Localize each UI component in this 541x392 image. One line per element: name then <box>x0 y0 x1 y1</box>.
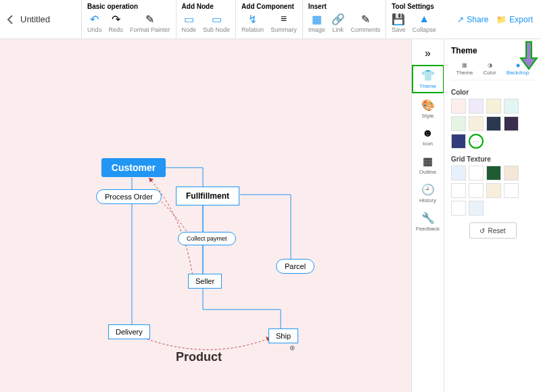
texture-swatch[interactable] <box>504 166 519 180</box>
theme-tab-icon: ▦ <box>462 62 467 68</box>
add-child-icon[interactable]: ⊕ <box>289 344 295 351</box>
comments-button[interactable]: ✎Comments <box>351 13 381 33</box>
chevron-right-icon: » <box>425 47 431 59</box>
collapse-panel-button[interactable]: » <box>412 45 444 62</box>
color-swatch[interactable] <box>486 99 501 114</box>
format-painter-icon: ✎ <box>144 13 156 25</box>
panel-tab-color[interactable]: ◑Color <box>483 62 496 76</box>
subnode-button[interactable]: ▭Sub Node <box>203 13 230 33</box>
texture-swatch[interactable] <box>504 183 519 198</box>
redo-icon: ↷ <box>110 13 122 25</box>
link-icon: 🔗 <box>332 13 344 25</box>
texture-swatch[interactable] <box>486 166 501 180</box>
texture-swatch[interactable] <box>469 183 484 198</box>
color-swatch[interactable] <box>451 99 466 114</box>
format-painter-button[interactable]: ✎Format Painter <box>130 13 170 33</box>
color-section-title: Color <box>451 89 534 96</box>
export-button[interactable]: 📁Export <box>496 15 533 24</box>
texture-swatch[interactable] <box>451 201 466 216</box>
color-swatch[interactable] <box>504 99 519 114</box>
sidebar-outline[interactable]: ▦Outline <box>412 152 444 178</box>
texture-swatch[interactable] <box>486 183 501 198</box>
texture-swatch[interactable] <box>451 166 466 180</box>
color-swatch[interactable] <box>451 134 466 149</box>
node-delivery[interactable]: Delivery <box>108 324 150 339</box>
theme-icon: 👕 <box>421 69 435 82</box>
export-icon: 📁 <box>496 15 507 24</box>
image-icon: ▦ <box>310 13 323 25</box>
group-addcomp-title: Add Component <box>241 3 297 10</box>
save-button[interactable]: 💾Save <box>392 13 406 33</box>
outline-icon: ▦ <box>423 155 433 168</box>
texture-swatch[interactable] <box>451 183 466 198</box>
undo-icon: ↶ <box>89 13 101 25</box>
group-basic-title: Basic operation <box>87 3 170 10</box>
sidebar-icon[interactable]: ☻Icon <box>412 124 444 149</box>
texture-section-title: Grid Texture <box>451 155 534 163</box>
summary-button[interactable]: ≡Summary <box>270 13 297 33</box>
smile-icon: ☻ <box>422 127 433 139</box>
texture-swatch[interactable] <box>469 166 484 180</box>
feedback-icon: 🔧 <box>421 212 435 224</box>
node-seller[interactable]: Seller <box>188 274 222 289</box>
share-button[interactable]: ↗Share <box>457 15 488 24</box>
color-swatch[interactable] <box>469 99 484 114</box>
color-swatch[interactable] <box>504 116 519 131</box>
document-title[interactable]: Untitled <box>20 0 81 39</box>
relation-button[interactable]: ↯Relation <box>241 13 264 33</box>
node-ship[interactable]: Ship <box>268 328 298 343</box>
node-collect-payment[interactable]: Collect paymet <box>178 232 236 245</box>
node-process-order[interactable]: Process Order <box>96 189 162 204</box>
node-customer[interactable]: Customer <box>101 158 166 177</box>
back-button[interactable] <box>0 0 20 39</box>
node-icon: ▭ <box>183 13 195 25</box>
comments-icon: ✎ <box>359 13 371 25</box>
history-icon: 🕘 <box>421 183 435 196</box>
link-button[interactable]: 🔗Link <box>332 13 344 33</box>
color-tab-icon: ◑ <box>488 62 492 68</box>
label-product: Product <box>176 350 222 364</box>
color-swatch[interactable] <box>451 116 466 131</box>
more-colors-button[interactable]: ⋯ <box>469 134 484 149</box>
texture-swatch[interactable] <box>469 201 484 216</box>
node-fulfillment[interactable]: Fullfillment <box>176 187 239 205</box>
sidebar-style[interactable]: 🎨Style <box>412 96 444 122</box>
collapse-button[interactable]: ▲Collapse <box>413 13 436 33</box>
color-swatch[interactable] <box>486 116 501 131</box>
collapse-icon: ▲ <box>418 13 430 25</box>
undo-button[interactable]: ↶Undo <box>87 13 102 33</box>
subnode-icon: ▭ <box>210 13 222 25</box>
color-swatch[interactable] <box>469 116 484 131</box>
canvas[interactable]: Customer Process Order Fullfillment Coll… <box>0 39 411 392</box>
share-icon: ↗ <box>457 15 464 24</box>
node-parcel[interactable]: Parcel <box>276 259 314 274</box>
sidebar-theme[interactable]: 👕Theme <box>412 65 444 93</box>
reset-icon: ↺ <box>479 227 485 235</box>
panel-tab-theme[interactable]: ▦Theme <box>456 62 473 76</box>
sidebar-feedback[interactable]: 🔧Feedback <box>412 209 444 235</box>
save-icon: 💾 <box>392 13 404 25</box>
summary-icon: ≡ <box>277 13 289 25</box>
relation-icon: ↯ <box>247 13 259 25</box>
style-icon: 🎨 <box>421 99 435 112</box>
reset-button[interactable]: ↺Reset <box>469 222 517 239</box>
annotation-arrow <box>519 39 538 70</box>
sidebar-history[interactable]: 🕘History <box>412 180 444 206</box>
group-addnode-title: Add Node <box>182 3 231 10</box>
group-insert-title: Insert <box>308 3 381 10</box>
group-toolset-title: Tool Settings <box>392 3 436 10</box>
image-button[interactable]: ▦Image <box>308 13 325 33</box>
redo-button[interactable]: ↷Redo <box>109 13 124 33</box>
node-button[interactable]: ▭Node <box>182 13 197 33</box>
